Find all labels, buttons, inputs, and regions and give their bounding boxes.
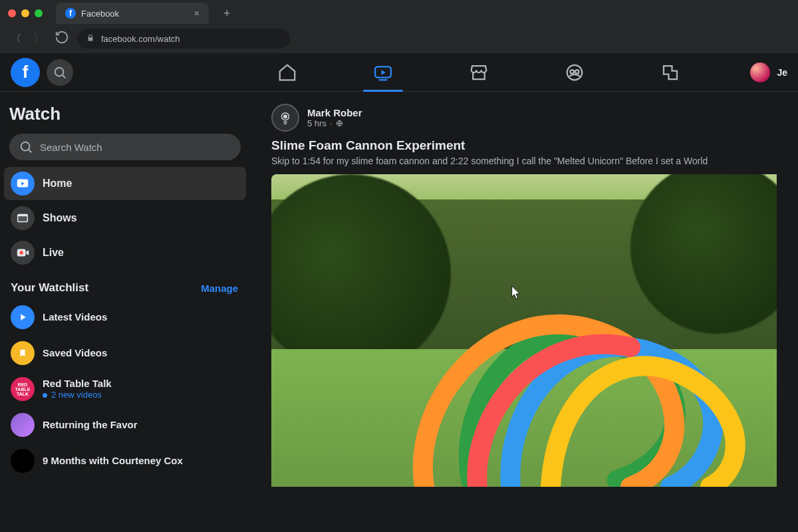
post-author-avatar[interactable] [271,104,299,132]
browser-tab[interactable]: f Facebook × [56,3,209,24]
watchlist-item-latest[interactable]: Latest Videos [4,300,246,334]
reload-button[interactable] [55,30,68,47]
sidebar-nav: Home Shows Live [4,167,246,269]
post-meta: 5 hrs · [307,118,362,128]
tab-close-icon[interactable]: × [194,8,200,19]
window-controls [8,9,48,17]
header-left: f [11,58,250,87]
post-time: 5 hrs [307,118,327,128]
watchlist-item-label: Latest Videos [43,311,107,324]
page-title: Watch [4,100,246,134]
page-avatar-icon: REDTABLETALK [11,377,35,401]
svg-point-11 [19,251,23,255]
app-root: f Je [0,53,798,532]
lightbulb-icon [278,110,293,125]
sidebar-item-shows[interactable]: Shows [4,201,246,235]
nav-marketplace[interactable] [452,54,505,91]
nav-home[interactable] [261,54,314,91]
watchlist-manage-link[interactable]: Manage [201,283,238,294]
video-player[interactable] [271,174,777,487]
address-bar-url: facebook.com/watch [101,34,180,44]
svg-point-4 [575,70,579,74]
svg-point-2 [567,65,583,80]
window-minimize-icon[interactable] [21,9,29,17]
watchlist-item-label: Returning the Favor [43,419,138,432]
app-body: Watch Search Watch Home Shows [0,92,798,532]
page-avatar-icon [11,413,35,437]
watchlist-item-favor[interactable]: Returning the Favor [4,408,246,442]
svg-point-13 [284,115,287,118]
watchlist-item-redtable[interactable]: REDTABLETALK Red Table Talk 2 new videos [4,372,246,406]
svg-point-7 [19,215,21,216]
sidebar: Watch Search Watch Home Shows [0,92,253,532]
nav-groups[interactable] [548,54,601,91]
watchlist-item-saved[interactable]: Saved Videos [4,336,246,370]
profile-name[interactable]: Je [777,67,787,78]
watchlist-header: Your Watchlist Manage [4,269,246,300]
post-author-name[interactable]: Mark Rober [307,107,362,118]
main-feed: Mark Rober 5 hrs · Slime Foam Cannon Exp… [253,92,798,532]
post-description: Skip to 1:54 for my slime foam cannon an… [271,156,798,166]
svg-point-5 [21,142,30,151]
play-icon [11,305,35,329]
search-icon [19,140,33,154]
back-button[interactable]: 〈 [9,32,23,46]
header-center-nav [250,54,708,91]
watchlist-item-sub: 2 new videos [43,390,112,400]
lock-icon [86,34,94,44]
shows-icon [11,206,35,230]
browser-tab-title: Facebook [81,9,119,19]
sidebar-item-label: Shows [43,212,77,224]
page-avatar-icon [11,449,35,473]
window-maximize-icon[interactable] [35,9,43,17]
sidebar-item-live[interactable]: Live [4,236,246,269]
sidebar-item-label: Live [43,247,64,259]
watch-home-icon [11,172,35,196]
post-header: Mark Rober 5 hrs · [271,104,798,132]
sidebar-item-label: Home [43,178,72,190]
new-tab-button[interactable]: + [217,7,237,21]
global-search-button[interactable] [47,59,73,86]
browser-toolbar: 〈 〉 facebook.com/watch [0,27,798,53]
watchlist-item-label: Saved Videos [43,347,107,360]
window-close-icon[interactable] [8,9,16,17]
app-header: f Je [0,53,798,92]
live-icon [11,241,35,265]
watchlist-item-label: Red Table Talk [43,378,112,390]
video-post: Mark Rober 5 hrs · Slime Foam Cannon Exp… [271,104,798,487]
mouse-cursor-icon [509,285,524,305]
svg-point-0 [55,67,64,76]
post-title: Slime Foam Cannon Experiment [271,138,798,153]
favicon-icon: f [65,8,76,19]
nav-watch[interactable] [356,54,410,91]
svg-point-3 [571,70,575,74]
sidebar-item-home[interactable]: Home [4,167,246,200]
watch-search-placeholder: Search Watch [40,142,102,153]
watchlist-title: Your Watchlist [11,281,88,295]
svg-point-8 [21,215,23,216]
address-bar[interactable]: facebook.com/watch [77,29,290,49]
video-thumbnail-art [271,174,777,487]
watchlist-item-label: 9 Months with Courteney Cox [43,455,183,467]
watchlist: Latest Videos Saved Videos REDTABLETALK … [4,300,246,478]
bookmark-icon [11,341,35,365]
globe-icon [336,120,343,127]
watch-search-input[interactable]: Search Watch [9,134,241,160]
browser-tab-strip: f Facebook × + [0,0,798,27]
unread-dot-icon [43,393,47,398]
header-right: Je [708,63,787,82]
forward-button[interactable]: 〉 [32,32,45,46]
nav-gaming[interactable] [644,54,697,91]
watchlist-item-courteney[interactable]: 9 Months with Courteney Cox [4,444,246,478]
facebook-logo-icon[interactable]: f [11,58,40,87]
profile-avatar[interactable] [750,63,770,82]
browser-chrome: f Facebook × + 〈 〉 facebook.com/watch [0,0,798,53]
